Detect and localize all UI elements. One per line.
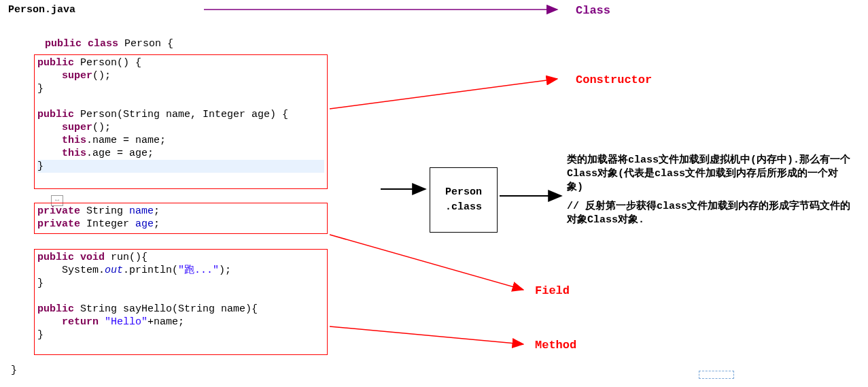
kw: this <box>37 148 86 159</box>
kw: super <box>37 70 92 82</box>
kw: super <box>37 122 92 133</box>
label-field: Field <box>535 284 570 297</box>
brace-open: { <box>167 38 173 50</box>
kw: void <box>74 252 105 263</box>
code: System. <box>37 265 105 276</box>
kw: public <box>37 252 74 263</box>
kw-class: class <box>88 38 118 50</box>
brace-close: } <box>11 365 17 376</box>
field-name: age <box>135 218 154 230</box>
code: } <box>37 277 44 289</box>
kw: this <box>37 135 86 146</box>
string: "Hello" <box>105 316 147 328</box>
code: .name = name; <box>86 135 166 146</box>
arrow-constructor <box>330 79 557 109</box>
code: ; <box>154 205 160 217</box>
diagram-root: Person.java public class Person { public… <box>0 0 868 387</box>
label-class: Class <box>576 4 610 17</box>
field-name: name <box>129 205 154 217</box>
kw: private <box>37 218 80 230</box>
explanation-p2: // 反射第一步获得class文件加载到内存的形成字节码文件的对象Class对象… <box>567 200 852 227</box>
code: +name; <box>147 316 184 328</box>
kw: public <box>37 57 74 69</box>
static-field: out <box>105 265 123 276</box>
code: Integer <box>80 218 135 230</box>
kw: public <box>37 303 74 315</box>
explanation-p1: 类的加载器将class文件加载到虚拟机中(内存中).那么有一个Class对象(代… <box>567 154 852 195</box>
code: (); <box>92 70 111 82</box>
code: .println( <box>123 265 178 276</box>
classbox-l2: .class <box>445 200 482 215</box>
explanation-text: 类的加载器将class文件加载到虚拟机中(内存中).那么有一个Class对象(代… <box>567 154 852 227</box>
kw-public: public <box>45 38 82 50</box>
string: "跑..." <box>178 265 219 276</box>
class-file-box: Person .class <box>430 167 498 233</box>
label-method: Method <box>535 339 576 352</box>
kw: return <box>37 316 105 328</box>
code: } <box>37 83 44 95</box>
code: run(){ <box>105 252 147 263</box>
arrow-method <box>330 326 523 344</box>
code: Person() { <box>74 57 141 69</box>
method-box: public void run(){ System.out.println("跑… <box>34 249 328 355</box>
code: (); <box>92 122 111 133</box>
code: ); <box>219 265 231 276</box>
code: String sayHello(String name){ <box>74 303 258 315</box>
code: String <box>80 205 129 217</box>
code: ; <box>154 218 160 230</box>
field-box: private String name; private Integer age… <box>34 203 328 234</box>
classbox-l1: Person <box>445 185 482 200</box>
class-name: Person <box>124 38 161 50</box>
label-constructor: Constructor <box>576 73 652 86</box>
code: Person(String name, Integer age) { <box>74 109 288 120</box>
file-name: Person.java <box>8 4 75 16</box>
kw: private <box>37 205 80 217</box>
text-cursor-marker <box>699 371 734 379</box>
arrow-field <box>330 235 523 290</box>
code: } <box>37 329 44 341</box>
code: .age = age; <box>86 148 154 159</box>
constructor-box: public Person() { super(); } public Pers… <box>34 54 328 189</box>
code: } <box>37 161 44 172</box>
kw: public <box>37 109 74 120</box>
